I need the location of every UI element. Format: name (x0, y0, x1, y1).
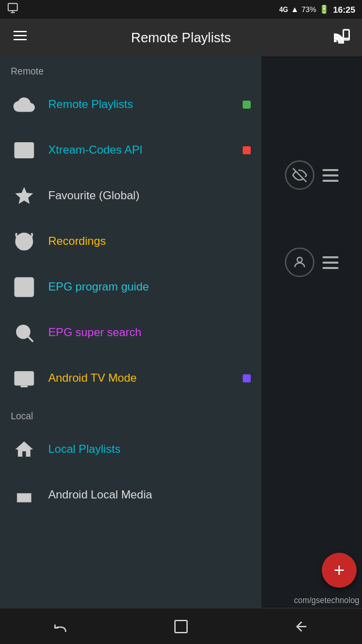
page-title: Remote Playlists (32, 30, 330, 46)
status-dot-remote-playlists (243, 101, 251, 109)
right-panel-icons-row1 (285, 160, 339, 190)
sidebar-item-epg-search[interactable]: EPG super search (0, 310, 261, 356)
main-content: Remote Remote Playlists Xtream-Codes API (0, 56, 362, 608)
status-dot-xtream (243, 146, 251, 154)
sidebar-item-android-tv[interactable]: Android TV Mode (0, 356, 261, 401)
sidebar-item-label-epg-guide: EPG program guide (48, 280, 251, 294)
time: 16:25 (333, 5, 355, 15)
network-type: 4G (279, 6, 288, 13)
right-panel: + com/gsetechnolog (261, 56, 362, 608)
svg-point-10 (18, 145, 20, 147)
svg-rect-5 (13, 39, 27, 40)
svg-point-16 (17, 325, 29, 338)
status-dot-android-tv (243, 374, 251, 382)
menu-lines-icon-top[interactable] (322, 169, 339, 182)
svg-rect-3 (13, 31, 27, 32)
svg-point-11 (21, 145, 23, 147)
add-fab-button[interactable]: + (322, 553, 357, 588)
svg-rect-0 (8, 3, 17, 11)
svg-rect-4 (13, 35, 27, 36)
svg-text:EPG: EPG (19, 284, 34, 292)
status-icons: 4G ▲ 73% 🔋 16:25 (279, 5, 355, 15)
navigation-bar (0, 608, 362, 644)
battery-icon: 🔋 (319, 5, 329, 14)
navigation-drawer: Remote Remote Playlists Xtream-Codes API (0, 56, 261, 608)
sidebar-item-epg-guide[interactable]: EPG EPG program guide (0, 264, 261, 310)
person-icon[interactable] (285, 248, 314, 277)
sidebar-item-xtream-codes[interactable]: Xtream-Codes API (0, 127, 261, 173)
section-label-remote: Remote (0, 56, 261, 82)
sidebar-item-label-android-local: Android Local Media (48, 488, 251, 502)
recordings-icon (11, 228, 38, 255)
nav-recent-button[interactable] (282, 613, 322, 640)
section-label-local: Local (0, 401, 261, 427)
svg-line-17 (28, 337, 33, 341)
sidebar-item-favourite[interactable]: Favourite (Global) (0, 173, 261, 219)
signal-icon: ▲ (291, 5, 299, 14)
status-left (7, 2, 19, 17)
xtream-icon (11, 137, 38, 164)
eye-slash-icon[interactable] (285, 160, 314, 190)
sidebar-item-label-recordings: Recordings (48, 235, 251, 248)
hamburger-menu-button[interactable] (8, 28, 32, 48)
epg-icon: EPG (11, 274, 38, 301)
sidebar-item-label-epg-search: EPG super search (48, 326, 251, 339)
sidebar-item-recordings[interactable]: Recordings (0, 219, 261, 264)
watermark-text: com/gsetechnolog (294, 596, 359, 605)
menu-lines-icon-bottom[interactable] (322, 256, 339, 269)
home-icon (11, 436, 38, 463)
sidebar-item-label-xtream-codes: Xtream-Codes API (48, 144, 243, 157)
cast-button[interactable] (330, 27, 354, 48)
status-bar: 4G ▲ 73% 🔋 16:25 (0, 0, 362, 19)
sidebar-item-label-favourite: Favourite (Global) (48, 189, 251, 203)
sidebar-item-label-local-playlists: Local Playlists (48, 443, 251, 456)
sidebar-item-label-remote-playlists: Remote Playlists (48, 98, 243, 111)
nav-home-button[interactable] (161, 613, 201, 640)
battery-percent: 73% (302, 5, 316, 13)
add-icon: + (334, 559, 345, 581)
svg-rect-23 (175, 621, 187, 633)
cloud-icon (11, 91, 38, 118)
sidebar-item-android-local[interactable]: Android Local Media (0, 472, 261, 518)
sidebar-item-remote-playlists[interactable]: Remote Playlists (0, 82, 261, 127)
nav-back-button[interactable] (40, 613, 80, 640)
svg-point-22 (297, 258, 302, 262)
sidebar-item-label-android-tv: Android TV Mode (48, 372, 243, 385)
tv-icon (11, 365, 38, 392)
star-icon (11, 182, 38, 209)
header: Remote Playlists (0, 19, 362, 56)
search-icon (11, 319, 38, 346)
right-panel-icons-row2 (285, 248, 339, 277)
clapper-icon (11, 482, 38, 508)
svg-rect-18 (15, 372, 34, 385)
sidebar-item-local-playlists[interactable]: Local Playlists (0, 427, 261, 472)
